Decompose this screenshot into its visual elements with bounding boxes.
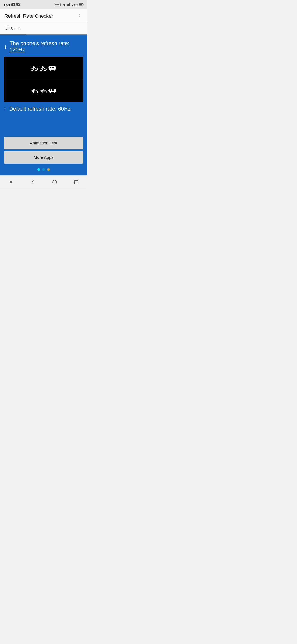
- app-title: Refresh Rate Checker: [4, 13, 53, 19]
- battery-percent: 96%: [72, 3, 77, 6]
- bus-icon: [48, 65, 56, 71]
- bicycle4-icon: [39, 88, 47, 94]
- svg-point-59: [52, 180, 56, 184]
- bicycle2-icon: [39, 65, 47, 71]
- signal-icon: 4G: [62, 3, 65, 6]
- more-apps-button[interactable]: More Apps: [4, 151, 83, 164]
- svg-rect-35: [48, 67, 49, 68]
- page-dots: [4, 168, 83, 171]
- back-icon: [30, 180, 35, 185]
- svg-rect-4: [67, 5, 67, 6]
- default-refresh-rate: ↑ Default refresh rate: 60Hz: [4, 106, 83, 112]
- bus2-icon: [48, 88, 56, 94]
- status-icons-left: [11, 3, 20, 6]
- nfc-icon: NFC: [54, 3, 60, 6]
- home-icon: [52, 180, 57, 185]
- svg-rect-60: [74, 180, 78, 184]
- back-button[interactable]: [27, 178, 38, 187]
- small-square-icon: [10, 181, 12, 183]
- tab-screen[interactable]: Screen: [0, 24, 26, 35]
- phone-refresh-rate-header: ↓ The phone's refresh rate: 120Hz: [4, 40, 83, 53]
- spacer: [4, 116, 83, 137]
- animation-test-button[interactable]: Animation Test: [4, 137, 83, 149]
- screen-tab-label: Screen: [10, 27, 22, 31]
- photo-icon: [11, 3, 15, 6]
- vehicles-top: [31, 65, 56, 71]
- screen-tab-icon: [4, 26, 8, 32]
- svg-rect-7: [69, 3, 70, 6]
- app-bar: Refresh Rate Checker ⋮: [0, 9, 87, 23]
- page-dot-3[interactable]: [47, 168, 50, 171]
- status-time: 1:04: [3, 3, 10, 6]
- svg-rect-9: [79, 4, 82, 5]
- bottom-nav: [0, 175, 87, 189]
- svg-rect-5: [67, 4, 68, 6]
- recents-icon: [74, 180, 78, 184]
- vehicles-bottom: [31, 88, 56, 94]
- message-icon: [16, 3, 20, 6]
- signal-bars-icon: [67, 3, 71, 6]
- svg-point-1: [13, 4, 14, 6]
- overflow-menu-button[interactable]: ⋮: [77, 13, 83, 19]
- main-content: ↓ The phone's refresh rate: 120Hz: [0, 35, 87, 175]
- page-dot-2[interactable]: [42, 168, 45, 171]
- button-group: Animation Test More Apps: [4, 137, 83, 164]
- status-bar-right: NFC 4G 96%: [54, 3, 84, 6]
- svg-point-55: [50, 92, 51, 93]
- phone-refresh-hz: 120Hz: [9, 46, 25, 52]
- bicycle3-icon: [31, 88, 38, 94]
- animation-box-top: [4, 57, 83, 79]
- battery-icon: [79, 3, 84, 6]
- svg-point-32: [50, 69, 51, 71]
- arrow-down-icon: ↓: [4, 43, 7, 50]
- svg-point-56: [54, 92, 55, 93]
- small-square-nav: [5, 178, 16, 187]
- svg-rect-54: [52, 90, 54, 91]
- svg-rect-57: [48, 90, 49, 91]
- svg-rect-10: [83, 4, 84, 5]
- svg-rect-30: [50, 67, 51, 68]
- status-bar-left: 1:04: [3, 3, 20, 6]
- bicycle1-icon: [31, 65, 38, 71]
- status-bar: 1:04 NFC 4G 96%: [0, 0, 87, 9]
- animation-box-bottom: [4, 80, 83, 102]
- tab-bar: Screen: [0, 23, 87, 35]
- svg-rect-58: [10, 181, 12, 183]
- svg-rect-2: [13, 3, 14, 4]
- phone-refresh-rate-text: The phone's refresh rate: 120Hz: [9, 40, 83, 53]
- home-button[interactable]: [49, 178, 60, 187]
- svg-rect-6: [68, 4, 69, 6]
- arrow-up-icon: ↑: [4, 106, 6, 112]
- svg-point-12: [6, 29, 7, 30]
- svg-rect-53: [50, 90, 51, 91]
- default-refresh-rate-text: Default refresh rate: 60Hz: [9, 106, 71, 112]
- svg-point-33: [54, 69, 55, 71]
- animation-boxes: [4, 57, 83, 102]
- svg-rect-31: [52, 67, 54, 68]
- page-dot-1[interactable]: [37, 168, 40, 171]
- recents-button[interactable]: [71, 178, 82, 187]
